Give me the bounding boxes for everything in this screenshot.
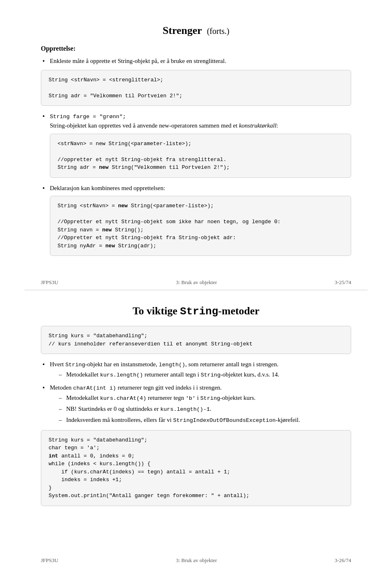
code-box-2: <strNavn> = new String(<parameter-liste>… [50,134,351,178]
page: Strenger (forts.) Opprettelse: Enkleste … [0,0,392,567]
bullet-item-5: Metoden charAt(int i) returnerer tegn gi… [41,383,351,425]
dash-item-1: Metodekallet kurs.length() returnerer an… [59,370,351,379]
bullet-item-1: Enkleste måte å opprette et String-objek… [41,56,351,66]
slide-2-bullets: Hvert String-objekt har en instansmetode… [41,360,351,425]
code-box-3: String <strNavn> = new String(<parameter… [50,196,351,256]
slide-1-footer: JFPS3U 3: Bruk av objekter 3-25/74 [41,279,351,286]
dash-item-4: Indeksverdien må kontrolleres, ellers få… [59,415,351,425]
code-box-1: String <strNavn> = <strenglitteral>; Str… [41,70,351,106]
slide-1-bullets-2: String farge = "grønn"; String-objektet … [41,112,351,256]
slide-1-title: Strenger (forts.) [41,25,351,37]
dash-item-3: NB! Startindeks er 0 og sluttindeks er k… [59,404,351,414]
slide-1-bullets: Enkleste måte å opprette et String-objek… [41,56,351,66]
slide-2-footer: JFPS3U 3: Bruk av objekter 3-26/74 [41,557,351,564]
footer-right-1: 3-25/74 [335,279,351,286]
footer-center-2: 3: Bruk av objekter [176,557,217,564]
slide-2-title: To viktige String-metoder [41,305,351,318]
slide-title-suffix: (forts.) [207,27,229,36]
bullet-item-2: String farge = "grønn"; String-objektet … [41,112,351,178]
footer-left-2: JFPS3U [41,557,58,564]
slide-2: To viktige String-metoder String kurs = … [24,290,368,567]
code-box-4: String kurs = "databehandling"; // kurs … [41,326,351,354]
slide-1: Strenger (forts.) Opprettelse: Enkleste … [24,12,368,290]
code-box-5: String kurs = "databehandling"; char teg… [41,430,351,506]
footer-right-2: 3-26/74 [335,557,351,564]
slide-title-text: Strenger [163,25,202,36]
footer-center-1: 3: Bruk av objekter [176,279,217,286]
footer-left-1: JFPS3U [41,279,58,286]
bullet-item-4: Hvert String-objekt har en instansmetode… [41,360,351,380]
bullet-item-3: Deklarasjon kan kombineres med opprettel… [41,184,351,256]
dash-item-2: Metodekallet kurs.charAt(4) returnerer t… [59,393,351,403]
slide-1-section-label: Opprettelse: [41,45,351,52]
